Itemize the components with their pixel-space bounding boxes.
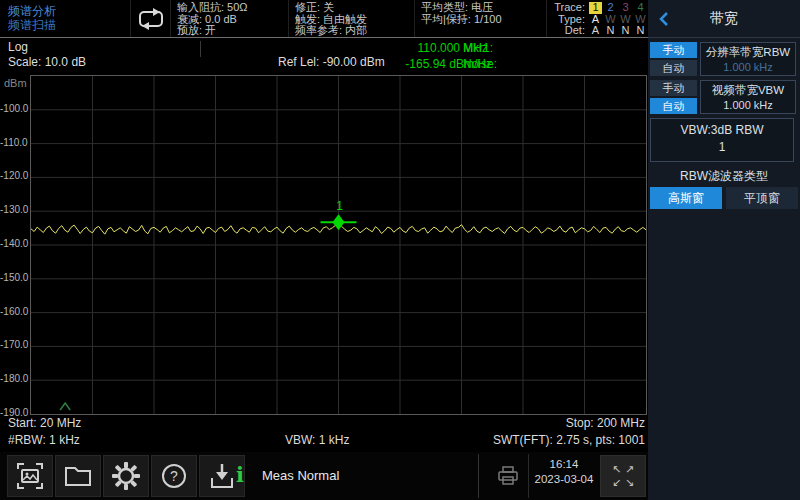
screenshot-icon (15, 461, 45, 491)
rbw-value: 1.000 kHz (701, 61, 795, 73)
toolbar-divider (478, 454, 479, 498)
scale-value[interactable]: Scale: 10.0 dB (8, 55, 86, 69)
y-axis-tick-label: -170.0 (0, 339, 27, 350)
y-axis-tick-label: -150.0 (0, 272, 27, 283)
trace-3-selector[interactable]: 3 (618, 2, 633, 14)
log-scale-mode: Log (8, 40, 28, 54)
trace-4-selector[interactable]: 4 (633, 2, 648, 14)
gear-icon (111, 461, 141, 491)
ratio-value: 1 (651, 140, 793, 154)
spectrum-analyzer-screen: 频谱分析 频谱扫描 输入阻抗: 50Ω 衰减: 0.0 dB 预放: 开 修正:… (0, 0, 800, 500)
fullscreen-icon: ↖↗↙↘ (610, 463, 636, 489)
trace-legend: Trace: 1 2 3 4 Type: A W W W Det: A N N … (546, 0, 648, 37)
average-hold: 平均|保持: 1/100 (421, 14, 542, 26)
continuous-sweep-icon (136, 7, 166, 31)
mode-menu[interactable]: 频谱分析 频谱扫描 (0, 0, 130, 37)
y-axis-tick-label: -120.0 (0, 170, 27, 181)
y-axis-tick-label: -180.0 (0, 373, 27, 384)
mode-line1[interactable]: 频谱分析 (8, 4, 130, 18)
y-axis-tick-label: -110.0 (0, 137, 27, 148)
amplitude-unit-label: dBm (4, 77, 27, 89)
rbw-auto-button[interactable]: 自动 (650, 60, 697, 76)
printer-icon (497, 466, 519, 486)
help-icon: ? (159, 461, 189, 491)
help-button[interactable]: ? (151, 455, 197, 497)
trigger-marker (60, 403, 70, 410)
fullscreen-button[interactable]: ↖↗↙↘ (600, 455, 646, 497)
clock: 16:14 2023-03-04 (531, 457, 597, 487)
file-manager-button[interactable] (55, 455, 101, 497)
screenshot-button[interactable] (7, 455, 53, 497)
marker-number: 1 (336, 199, 343, 213)
stop-frequency[interactable]: Stop: 200 MHz (566, 416, 645, 430)
vbw-auto-button[interactable]: 自动 (650, 98, 697, 114)
download-icon (207, 461, 237, 491)
sweep-time-readout: SWT(FFT): 2.75 s, pts: 1001 (493, 433, 645, 447)
trace-1-det: A (588, 25, 603, 37)
rbw-value-tile[interactable]: 分辨率带宽RBW 1.000 kHz (700, 42, 796, 76)
trace-1-selector[interactable]: 1 (589, 2, 602, 14)
average-settings-block: 平均类型: 电压 平均|保持: 1/100 (414, 0, 546, 37)
vbw-label: 视频带宽VBW (701, 83, 795, 98)
rbw-readout[interactable]: #RBW: 1 kHz (8, 433, 80, 447)
panel-header: 带宽 (648, 0, 800, 38)
freq-reference: 频率参考: 内部 (295, 25, 410, 37)
y-axis-tick-label: -130.0 (0, 204, 27, 215)
sweep-loop-section[interactable] (130, 0, 170, 37)
start-frequency[interactable]: Start: 20 MHz (8, 416, 81, 430)
vbw-readout[interactable]: VBW: 1 kHz (285, 433, 349, 447)
marker-readout-value: 110.000 MHz (418, 41, 488, 55)
vbw-value-tile[interactable]: 视频带宽VBW 1.000 kHz (700, 80, 796, 114)
preamp: 预放: 开 (177, 25, 284, 37)
scale-bar: Log Scale: 10.0 dB Ref Lel: -90.00 dBm M… (0, 39, 648, 75)
rbw-manual-button[interactable]: 手动 (650, 42, 697, 58)
top-status-bar: 频谱分析 频谱扫描 输入阻抗: 50Ω 衰减: 0.0 dB 预放: 开 修正:… (0, 0, 648, 38)
vbw-rbw-ratio-tile[interactable]: VBW:3dB RBW 1 (650, 118, 794, 162)
back-icon[interactable] (656, 10, 674, 28)
settings-button[interactable] (103, 455, 149, 497)
filter-type-label: RBW滤波器类型 (648, 168, 800, 185)
vbw-value: 1.000 kHz (701, 99, 795, 111)
bandwidth-menu-panel: 带宽 手动 自动 分辨率带宽RBW 1.000 kHz 手动 自动 视频带宽VB… (648, 0, 800, 500)
trace-3-det: N (618, 25, 633, 37)
trace-det-label: Det: (547, 25, 585, 37)
trace-label: Trace: (547, 2, 585, 14)
spectrum-plot-area[interactable]: 1 (30, 75, 647, 415)
frequency-info-bar: Start: 20 MHz Stop: 200 MHz #RBW: 1 kHz … (0, 414, 648, 451)
folder-icon (63, 461, 93, 491)
noise-readout-value: -165.94 dBm/Hz (405, 57, 492, 71)
correction: 修正: 关 (295, 2, 410, 14)
rbw-label: 分辨率带宽RBW (701, 45, 795, 60)
trigger-settings-block: 修正: 关 触发: 自由触发 频率参考: 内部 (288, 0, 414, 37)
date-value: 2023-03-04 (531, 472, 597, 487)
trace-2-selector[interactable]: 2 (603, 2, 618, 14)
filter-flattop-button[interactable]: 平顶窗 (726, 187, 798, 209)
svg-text:?: ? (170, 468, 178, 484)
time-value: 16:14 (531, 457, 597, 472)
filter-gaussian-button[interactable]: 高斯窗 (650, 187, 722, 209)
ratio-label: VBW:3dB RBW (651, 123, 793, 137)
mode-line2[interactable]: 频谱扫描 (8, 18, 130, 32)
y-axis-tick-label: -160.0 (0, 306, 27, 317)
info-icon: i (236, 464, 244, 485)
toolbar-divider-2 (528, 454, 529, 498)
y-axis-tick-label: -140.0 (0, 238, 27, 249)
input-impedance: 输入阻抗: 50Ω (177, 2, 284, 14)
measurement-status: Meas Normal (262, 468, 339, 483)
spectrum-trace-svg: 1 (31, 76, 646, 414)
ref-level[interactable]: Ref Lel: -90.00 dBm (278, 55, 385, 69)
scalebar-divider (200, 41, 201, 57)
trace-2-det: N (603, 25, 618, 37)
y-axis-tick-label: -100.0 (0, 103, 27, 114)
trace-4-det: N (633, 25, 648, 37)
input-settings-block: 输入阻抗: 50Ω 衰减: 0.0 dB 预放: 开 (170, 0, 288, 37)
average-type: 平均类型: 电压 (421, 2, 542, 14)
vbw-manual-button[interactable]: 手动 (650, 80, 697, 96)
bottom-toolbar: ? i Meas Normal 16:14 2023-03-04 (0, 452, 648, 500)
